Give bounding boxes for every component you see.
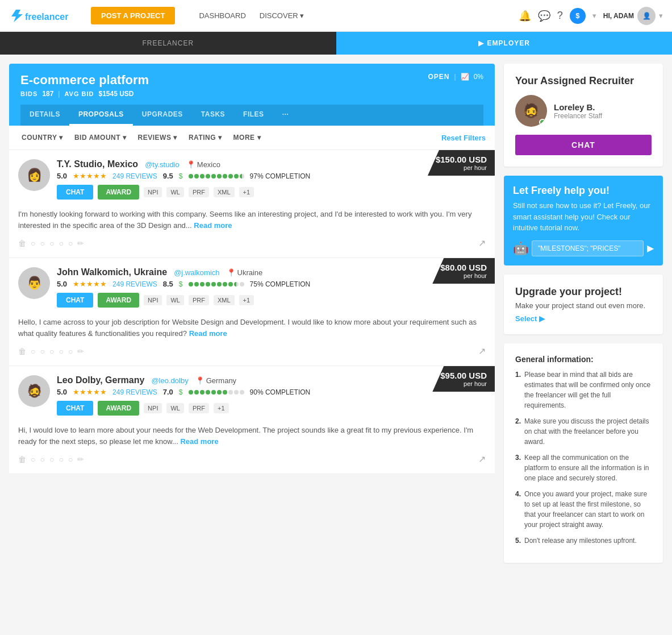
avg-bid-label: AVG BID: [64, 90, 94, 97]
external-link-icon[interactable]: ↗: [478, 238, 486, 248]
logo[interactable]: freelancer: [9, 7, 77, 24]
proposal-handle[interactable]: @j.walkomich: [174, 268, 219, 277]
skill-tag: +1: [239, 295, 254, 305]
action-icon-5[interactable]: ○: [68, 455, 73, 464]
nav-discover[interactable]: DISCOVER ▾: [254, 8, 310, 23]
action-icon-5[interactable]: ○: [68, 239, 73, 248]
external-link-icon[interactable]: ↗: [478, 346, 486, 356]
chevron-down-icon: ▾: [123, 134, 127, 142]
nav-upgrades[interactable]: UPGRADES: [133, 105, 192, 126]
action-icon-2[interactable]: ○: [40, 347, 44, 356]
filter-reviews[interactable]: REVIEWS ▾: [135, 131, 181, 144]
rep-dot-full: [194, 174, 199, 179]
proposal-handle[interactable]: @ty.studio: [145, 160, 180, 169]
delete-icon[interactable]: 🗑: [18, 347, 26, 356]
freely-input[interactable]: [532, 240, 644, 256]
skill-tag: WL: [166, 187, 184, 197]
action-icon-4[interactable]: ○: [59, 455, 63, 464]
help-icon[interactable]: ?: [557, 10, 563, 22]
proposal-price-badge: $80.00 USD per hour: [432, 258, 495, 284]
reset-filters[interactable]: Reset Filters: [441, 134, 486, 142]
rep-dot-full: [189, 282, 193, 287]
delete-icon[interactable]: 🗑: [18, 239, 26, 248]
chat-button[interactable]: CHAT: [57, 401, 93, 416]
recruiter-chat-button[interactable]: CHAT: [515, 135, 652, 155]
filter-more[interactable]: MORE ▾: [230, 131, 265, 144]
svg-text:freelancer: freelancer: [25, 12, 69, 22]
read-more-link[interactable]: Read more: [189, 329, 227, 338]
proposal-text: Hi, I would love to learn more about you…: [18, 425, 486, 447]
arrow-right-icon[interactable]: ▶: [647, 243, 654, 254]
nav-proposals[interactable]: PROPOSALS: [69, 105, 133, 126]
stars: ★★★★★: [73, 280, 107, 288]
nav-tasks[interactable]: TASKS: [192, 105, 234, 126]
proposal-avatar: 🧔: [18, 375, 50, 407]
award-button[interactable]: AWARD: [98, 401, 139, 416]
edit-icon[interactable]: ✏: [77, 239, 84, 248]
nav-details[interactable]: DETAILS: [20, 105, 69, 126]
reviews-count: 249 REVIEWS: [112, 388, 157, 396]
user-menu[interactable]: HI, ADAM 👤 ▾: [603, 7, 663, 25]
action-icon-1[interactable]: ○: [31, 347, 35, 356]
tab-employer[interactable]: ▶ EMPLOYER: [336, 32, 673, 55]
proposals-list: $150.00 USD per hour 👩 T.Y. Studio, Mexi…: [9, 150, 495, 474]
nav-dashboard[interactable]: DASHBOARD: [193, 8, 251, 23]
proposal-location: 📍Mexico: [186, 160, 220, 169]
post-project-button[interactable]: POST A PROJECT: [91, 7, 175, 24]
rep-dot-full: [194, 282, 199, 287]
upgrade-text: Make your project stand out even more.: [515, 301, 652, 310]
rep-dot-full: [217, 282, 222, 287]
filter-bid-amount[interactable]: BID AMOUNT ▾: [71, 131, 130, 144]
freely-title: Let Freely help you!: [513, 185, 654, 197]
edit-icon[interactable]: ✏: [77, 347, 84, 356]
recruiter-row: 🧔 Loreley B. Freelancer Staff: [515, 95, 652, 127]
rep-dot-full: [206, 282, 210, 287]
delete-icon[interactable]: 🗑: [18, 455, 26, 464]
rep-dot-half: [234, 282, 239, 287]
nav-links: DASHBOARD DISCOVER ▾: [193, 8, 309, 23]
nav-files[interactable]: FILES: [234, 105, 273, 126]
dollar-rep-icon: $: [179, 388, 183, 396]
external-link-icon[interactable]: ↗: [478, 454, 486, 464]
read-more-link[interactable]: Read more: [180, 437, 218, 446]
proposal-name: T.Y. Studio, Mexico: [57, 159, 138, 169]
notifications-icon[interactable]: 🔔: [519, 10, 531, 22]
action-icon-1[interactable]: ○: [31, 239, 35, 248]
nav-more[interactable]: ···: [273, 105, 298, 126]
chat-button[interactable]: CHAT: [57, 185, 93, 200]
rep-bar: [189, 282, 244, 287]
award-button[interactable]: AWARD: [98, 185, 139, 200]
action-icon-2[interactable]: ○: [40, 455, 44, 464]
chevron-down-icon-user[interactable]: ▾: [659, 11, 663, 20]
action-icon-3[interactable]: ○: [49, 455, 54, 464]
filter-country[interactable]: COUNTRY ▾: [18, 131, 66, 144]
reviews-count: 249 REVIEWS: [112, 172, 157, 180]
chevron-down-icon-dollar[interactable]: ▾: [592, 11, 596, 20]
action-icon-4[interactable]: ○: [59, 347, 63, 356]
action-icon-1[interactable]: ○: [31, 455, 35, 464]
price-amount: $150.00 USD: [436, 155, 487, 164]
upgrade-select[interactable]: Select ▶: [515, 314, 652, 323]
action-icon-5[interactable]: ○: [68, 347, 73, 356]
dollar-rep-icon: $: [179, 172, 183, 180]
project-header-row: E-commerce platform BIDS 187 | AVG BID $…: [20, 73, 483, 105]
rep-dot-full: [211, 282, 216, 287]
edit-icon[interactable]: ✏: [77, 455, 84, 464]
action-icon-4[interactable]: ○: [59, 239, 63, 248]
chat-button[interactable]: CHAT: [57, 293, 93, 308]
action-icon-3[interactable]: ○: [49, 239, 54, 248]
recruiter-info: Loreley B. Freelancer Staff: [554, 102, 602, 120]
proposal-avatar: 👩: [18, 159, 50, 191]
rep-dot-full: [194, 390, 199, 395]
award-button[interactable]: AWARD: [98, 293, 139, 308]
action-icon-3[interactable]: ○: [49, 347, 54, 356]
proposal-handle[interactable]: @leo.dolby: [151, 376, 188, 385]
read-more-link[interactable]: Read more: [194, 221, 232, 230]
action-icon-2[interactable]: ○: [40, 239, 44, 248]
filter-rating[interactable]: RATING ▾: [185, 131, 226, 144]
tab-freelancer[interactable]: FREELANCER: [0, 32, 336, 55]
proposal-footer: 🗑 ○ ○ ○ ○ ○ ✏ ↗: [18, 235, 486, 248]
general-info-card: General information: Please bear in mind…: [504, 343, 663, 563]
dollar-icon[interactable]: $: [570, 8, 586, 24]
messages-icon[interactable]: 💬: [538, 10, 550, 22]
